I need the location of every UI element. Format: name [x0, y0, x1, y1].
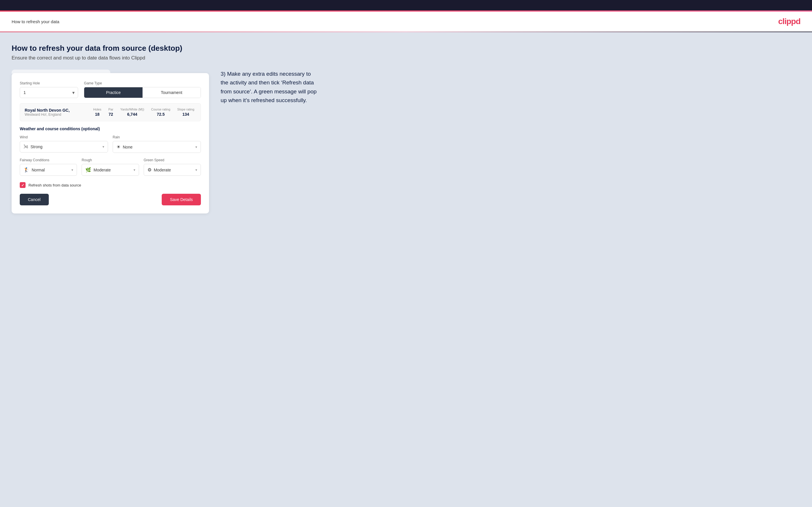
rain-value: None [123, 145, 133, 149]
refresh-checkbox-row: Refresh shots from data source [20, 182, 201, 188]
form-row-top: Starting Hole 1 ▾ Game Type Practice [20, 81, 201, 98]
fairway-icon: 🏌 [23, 167, 29, 173]
header: How to refresh your data clippd [0, 12, 812, 32]
top-card-stub [12, 70, 110, 74]
rough-group: Rough 🌿 Moderate ▾ [82, 158, 139, 176]
par-value: 72 [109, 112, 113, 117]
top-bar [0, 0, 812, 10]
fairway-group: Fairway Conditions 🏌 Normal ▾ [20, 158, 77, 176]
rain-select[interactable]: ☀ None ▾ [113, 141, 201, 153]
green-speed-select[interactable]: ⚙ Moderate ▾ [144, 164, 201, 176]
conditions-top-grid: Wind 🌬 Strong ▾ Rain [20, 135, 201, 153]
course-location: Westward Ho!, England [25, 113, 93, 117]
wind-select-inner: 🌬 Strong [23, 144, 42, 149]
fairway-select[interactable]: 🏌 Normal ▾ [20, 164, 77, 176]
rain-label: Rain [113, 135, 201, 139]
course-rating-label: Course rating [151, 108, 170, 111]
rough-select[interactable]: 🌿 Moderate ▾ [82, 164, 139, 176]
button-row: Cancel Save Details [20, 194, 201, 205]
conditions-header: Weather and course conditions (optional) [20, 126, 201, 131]
course-info-row: Royal North Devon GC, Westward Ho!, Engl… [20, 103, 201, 121]
side-note: 3) Make any extra edits necessary to the… [221, 70, 319, 105]
logo: clippd [778, 17, 800, 26]
fairway-value: Normal [32, 168, 45, 172]
footer: Copyright Clippd 2022 [0, 504, 812, 507]
green-speed-chevron: ▾ [195, 168, 197, 172]
refresh-checkbox[interactable] [20, 182, 26, 188]
green-speed-label: Green Speed [144, 158, 201, 162]
yards-stat: Yards/White (M)) 6,744 [120, 108, 144, 117]
green-speed-group: Green Speed ⚙ Moderate ▾ [144, 158, 201, 176]
wind-chevron: ▾ [102, 145, 104, 149]
starting-hole-group: Starting Hole 1 ▾ [20, 81, 78, 98]
course-name-block: Royal North Devon GC, Westward Ho!, Engl… [25, 108, 93, 117]
par-label: Par [108, 108, 113, 111]
course-stats: Holes 18 Par 72 Yards/White (M)) 6,744 [93, 108, 196, 117]
rough-value: Moderate [94, 168, 111, 172]
green-speed-value: Moderate [154, 168, 171, 172]
slope-rating-label: Slope rating [177, 108, 195, 111]
wind-select[interactable]: 🌬 Strong ▾ [20, 141, 108, 153]
conditions-bottom-grid: Fairway Conditions 🏌 Normal ▾ Rough [20, 158, 201, 176]
starting-hole-value: 1 [23, 90, 26, 95]
fairway-label: Fairway Conditions [20, 158, 77, 162]
game-type-group: Game Type Practice Tournament [84, 81, 201, 98]
green-speed-select-inner: ⚙ Moderate [148, 167, 171, 173]
rain-chevron: ▾ [195, 145, 197, 149]
slope-rating-value: 134 [182, 112, 189, 117]
rough-label: Rough [82, 158, 139, 162]
fairway-chevron: ▾ [71, 168, 73, 172]
wind-icon: 🌬 [23, 144, 28, 149]
tournament-button[interactable]: Tournament [143, 87, 201, 98]
rough-icon: 🌿 [85, 167, 91, 173]
refresh-label: Refresh shots from data source [29, 183, 81, 187]
header-title: How to refresh your data [12, 19, 59, 24]
rough-select-inner: 🌿 Moderate [85, 167, 111, 173]
rain-group: Rain ☀ None ▾ [113, 135, 201, 153]
main-content: How to refresh your data from source (de… [0, 32, 812, 504]
wind-label: Wind [20, 135, 108, 139]
rough-chevron: ▾ [134, 168, 135, 172]
game-type-buttons: Practice Tournament [84, 87, 201, 98]
page-title: How to refresh your data from source (de… [12, 44, 800, 53]
green-speed-icon: ⚙ [148, 167, 152, 173]
save-button[interactable]: Save Details [162, 194, 201, 205]
game-type-label: Game Type [84, 81, 201, 85]
par-stat: Par 72 [108, 108, 113, 117]
holes-label: Holes [93, 108, 101, 111]
slope-rating-stat: Slope rating 134 [177, 108, 195, 117]
starting-hole-label: Starting Hole [20, 81, 78, 85]
page-subtitle: Ensure the correct and most up to date d… [12, 55, 800, 61]
rain-select-inner: ☀ None [116, 144, 133, 150]
course-name: Royal North Devon GC, [25, 108, 93, 113]
form-card: Starting Hole 1 ▾ Game Type Practice [12, 73, 209, 214]
holes-value: 18 [95, 112, 100, 117]
course-rating-stat: Course rating 72.5 [151, 108, 170, 117]
form-area: Starting Hole 1 ▾ Game Type Practice [12, 70, 209, 214]
yards-value: 6,744 [127, 112, 137, 117]
course-rating-value: 72.5 [157, 112, 165, 117]
side-note-text: 3) Make any extra edits necessary to the… [221, 70, 319, 105]
practice-button[interactable]: Practice [84, 87, 142, 98]
rain-icon: ☀ [116, 144, 120, 150]
content-wrapper: Starting Hole 1 ▾ Game Type Practice [12, 70, 800, 214]
yards-label: Yards/White (M)) [120, 108, 144, 111]
starting-hole-select-wrapper[interactable]: 1 ▾ [20, 87, 78, 98]
wind-value: Strong [31, 145, 42, 149]
fairway-select-inner: 🏌 Normal [23, 167, 45, 173]
cancel-button[interactable]: Cancel [20, 194, 49, 205]
wind-group: Wind 🌬 Strong ▾ [20, 135, 108, 153]
starting-hole-chevron: ▾ [72, 91, 74, 95]
starting-hole-select[interactable]: 1 ▾ [20, 87, 78, 98]
holes-stat: Holes 18 [93, 108, 101, 117]
